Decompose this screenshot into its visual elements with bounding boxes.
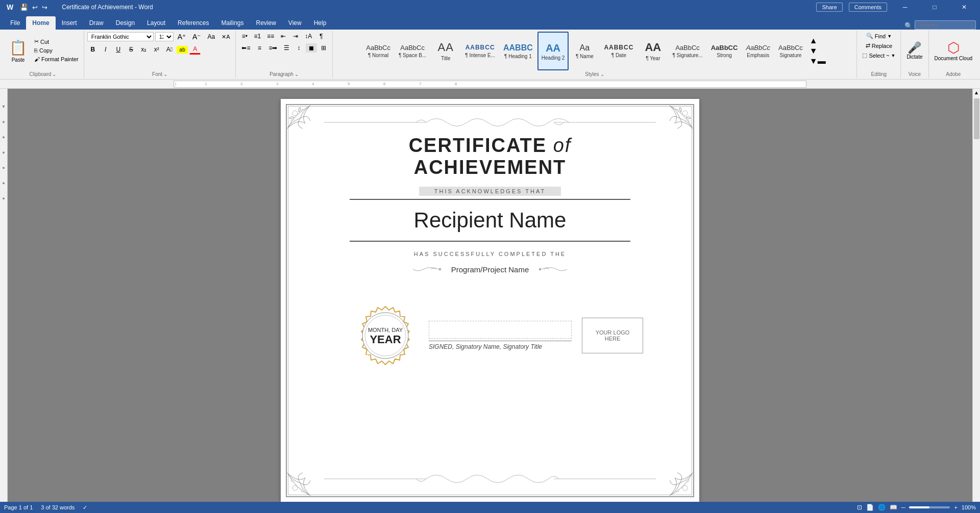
- cert-subtitle[interactable]: THIS ACKNOWLEDGES THAT: [419, 187, 561, 196]
- read-mode-icon[interactable]: 📖: [890, 504, 897, 511]
- tab-help[interactable]: Help: [308, 16, 333, 30]
- dictate-button[interactable]: 🎤 Dictate: [904, 41, 925, 61]
- find-button[interactable]: 🔍 Find ▼: [864, 32, 894, 40]
- tab-review[interactable]: Review: [250, 16, 282, 30]
- font-size-dec-button[interactable]: A⁻: [190, 32, 203, 42]
- style-signature2[interactable]: AaBbCc Signature: [775, 32, 806, 70]
- align-center-button[interactable]: ≡: [254, 43, 265, 53]
- cert-completed-text[interactable]: HAS SUCCESSFULLY COMPLETED THE: [414, 251, 566, 257]
- zoom-slider[interactable]: [909, 506, 950, 508]
- superscript-button[interactable]: x²: [151, 45, 162, 54]
- tab-draw[interactable]: Draw: [83, 16, 110, 30]
- strikethrough-button[interactable]: S: [126, 45, 137, 54]
- style-title[interactable]: AA Title: [431, 32, 460, 70]
- style-name[interactable]: Aa ¶ Name: [570, 32, 599, 70]
- change-case-button[interactable]: Aa: [205, 32, 217, 41]
- certificate-title[interactable]: CERTIFICATE of ACHIEVEMENT: [337, 135, 643, 178]
- tab-home[interactable]: Home: [26, 16, 55, 30]
- bullets-button[interactable]: ≡•: [239, 32, 250, 41]
- maximize-btn[interactable]: □: [923, 0, 946, 14]
- align-left-button[interactable]: ⬅≡: [239, 43, 253, 53]
- style-space-before[interactable]: AaBbCc ¶ Space B...: [395, 32, 430, 70]
- highlight-button[interactable]: ab: [177, 46, 188, 54]
- italic-button[interactable]: I: [100, 45, 111, 54]
- share-button[interactable]: Share: [816, 3, 842, 12]
- comments-button[interactable]: Comments: [849, 3, 887, 12]
- scroll-thumb[interactable]: [974, 98, 979, 139]
- search-input[interactable]: [915, 20, 976, 30]
- replace-button[interactable]: ⇄ Replace: [864, 41, 894, 50]
- numbering-button[interactable]: ≡1: [251, 32, 263, 41]
- copy-button[interactable]: ⎘ Copy: [32, 46, 81, 55]
- quick-access-undo[interactable]: ↩: [32, 4, 38, 11]
- sort-button[interactable]: ↕A: [302, 32, 314, 41]
- certificate-content: CERTIFICATE of ACHIEVEMENT THIS ACKNOWLE…: [296, 114, 684, 379]
- tab-references[interactable]: References: [172, 16, 215, 30]
- format-painter-button[interactable]: 🖌 Format Painter: [32, 55, 81, 63]
- indent-dec-button[interactable]: ⇤: [278, 32, 289, 41]
- subscript-button[interactable]: x₂: [138, 45, 150, 54]
- tab-layout[interactable]: Layout: [141, 16, 172, 30]
- underline-button[interactable]: U: [113, 45, 124, 54]
- tab-insert[interactable]: Insert: [56, 16, 83, 30]
- zoom-in-icon[interactable]: +: [954, 504, 957, 510]
- font-size-select[interactable]: 12: [155, 32, 174, 41]
- paragraph-expand-icon[interactable]: ⌄: [295, 71, 299, 77]
- font-size-inc-button[interactable]: A⁺: [175, 32, 188, 42]
- style-normal[interactable]: AaBbCc ¶ Normal: [362, 32, 394, 70]
- close-btn[interactable]: ✕: [952, 0, 976, 14]
- align-right-button[interactable]: ≡➡: [266, 43, 280, 53]
- web-layout-icon[interactable]: 🌐: [878, 504, 886, 511]
- multilevel-button[interactable]: ≡≡: [264, 32, 277, 41]
- tab-file[interactable]: File: [4, 16, 26, 30]
- print-layout-icon[interactable]: 📄: [866, 504, 874, 511]
- cert-title-part1: CERTIFICATE: [409, 135, 553, 156]
- indent-inc-button[interactable]: ⇥: [290, 32, 301, 41]
- styles-scroll-up[interactable]: ▲ ▼ ▼▬: [808, 35, 827, 67]
- tab-mailings[interactable]: Mailings: [215, 16, 250, 30]
- quick-access-save[interactable]: 💾: [20, 4, 28, 11]
- select-dropdown-icon[interactable]: ▼: [891, 53, 895, 58]
- minimize-btn[interactable]: ─: [893, 0, 917, 14]
- sig-input-box[interactable]: [429, 321, 572, 339]
- zoom-level[interactable]: 100%: [962, 504, 976, 510]
- bold-button[interactable]: B: [87, 45, 99, 54]
- borders-button[interactable]: ⊞: [318, 43, 329, 53]
- show-marks-button[interactable]: ¶: [315, 32, 327, 41]
- font-name-select[interactable]: Franklin Gothic: [87, 32, 154, 41]
- zoom-out-icon[interactable]: ─: [901, 504, 905, 510]
- proofing-icon[interactable]: ✓: [83, 504, 87, 511]
- tab-design[interactable]: Design: [110, 16, 141, 30]
- tab-view[interactable]: View: [282, 16, 308, 30]
- quick-access-redo[interactable]: ↪: [42, 4, 47, 11]
- document-cloud-button[interactable]: ⬡ Document Cloud: [932, 39, 975, 63]
- clipboard-expand-icon[interactable]: ⌄: [52, 71, 56, 77]
- style-heading2[interactable]: AA Heading 2: [537, 32, 569, 70]
- line-spacing-button[interactable]: ↕: [293, 43, 305, 53]
- style-year[interactable]: AA ¶ Year: [638, 32, 668, 70]
- clear-formatting-button[interactable]: ✕A: [219, 33, 232, 41]
- focus-mode-icon[interactable]: ⊡: [857, 504, 862, 511]
- paste-button[interactable]: 📋 Paste: [5, 37, 31, 65]
- shading-button[interactable]: ◼: [306, 43, 317, 53]
- style-date[interactable]: AABBCC ¶ Date: [600, 32, 637, 70]
- document-page[interactable]: CERTIFICATE of ACHIEVEMENT THIS ACKNOWLE…: [281, 99, 699, 502]
- style-strong[interactable]: AaBbCC Strong: [707, 32, 742, 70]
- style-signature[interactable]: AaBbCc ¶ Signature...: [669, 32, 706, 70]
- text-effects-button[interactable]: A⃝: [164, 45, 175, 54]
- cut-button[interactable]: ✂ Cut: [32, 37, 81, 46]
- style-intense-e[interactable]: AABBCC ¶ Intense E...: [461, 32, 499, 70]
- cert-recipient-name[interactable]: Recipient Name: [414, 208, 567, 233]
- style-emphasis[interactable]: AaBbCc Emphasis: [742, 32, 774, 70]
- style-heading1[interactable]: AABBC ¶ Heading 1: [500, 32, 536, 70]
- styles-expand-icon[interactable]: ⌄: [600, 71, 604, 77]
- font-color-button[interactable]: A: [189, 44, 201, 55]
- scroll-up-arrow[interactable]: ▲: [973, 89, 980, 96]
- cert-program-name[interactable]: Program/Project Name: [451, 265, 529, 274]
- vertical-scrollbar[interactable]: ▲ ▼: [972, 89, 980, 512]
- cert-logo-box[interactable]: YOUR LOGO HERE: [582, 318, 643, 353]
- find-dropdown-icon[interactable]: ▼: [887, 34, 892, 39]
- font-expand-icon[interactable]: ⌄: [163, 71, 167, 77]
- select-button[interactable]: ⬚ Select ~ ▼: [860, 51, 897, 60]
- justify-button[interactable]: ☰: [281, 43, 292, 53]
